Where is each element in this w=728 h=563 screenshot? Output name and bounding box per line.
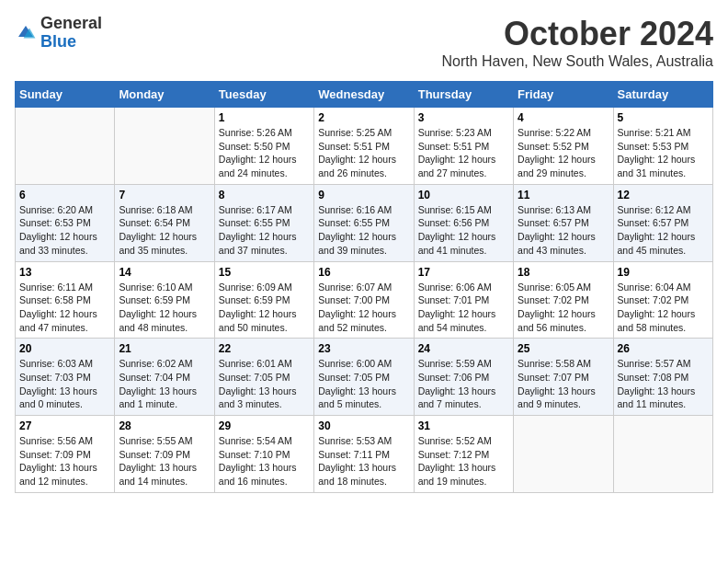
- calendar-day-cell: 19Sunrise: 6:04 AMSunset: 7:02 PMDayligh…: [613, 261, 712, 339]
- day-number: 22: [219, 342, 310, 355]
- logo-general-text: General: [40, 14, 102, 32]
- day-detail: Sunrise: 6:05 AMSunset: 7:02 PMDaylight:…: [518, 281, 609, 335]
- calendar-day-cell: 29Sunrise: 5:54 AMSunset: 7:10 PMDayligh…: [214, 416, 313, 493]
- day-number: 31: [418, 419, 509, 432]
- day-number: 29: [219, 419, 310, 432]
- calendar-week-row: 6Sunrise: 6:20 AMSunset: 6:53 PMDaylight…: [16, 184, 713, 261]
- calendar-day-cell: 31Sunrise: 5:52 AMSunset: 7:12 PMDayligh…: [414, 416, 513, 493]
- day-number: 15: [219, 266, 310, 279]
- calendar-day-cell: 16Sunrise: 6:07 AMSunset: 7:00 PMDayligh…: [314, 261, 414, 339]
- title-section: October 2024 North Haven, New South Wale…: [441, 15, 713, 70]
- day-detail: Sunrise: 6:04 AMSunset: 7:02 PMDaylight:…: [618, 281, 709, 335]
- weekday-header-cell: Sunday: [16, 82, 115, 108]
- day-detail: Sunrise: 6:06 AMSunset: 7:01 PMDaylight:…: [418, 281, 509, 335]
- day-detail: Sunrise: 6:17 AMSunset: 6:55 PMDaylight:…: [219, 203, 310, 258]
- day-number: 11: [518, 189, 609, 201]
- calendar-day-cell: 1Sunrise: 5:26 AMSunset: 5:50 PMDaylight…: [214, 108, 313, 185]
- calendar-day-cell: 23Sunrise: 6:00 AMSunset: 7:05 PMDayligh…: [314, 339, 414, 416]
- day-detail: Sunrise: 6:13 AMSunset: 6:57 PMDaylight:…: [518, 203, 609, 258]
- calendar-day-cell: [613, 416, 712, 493]
- calendar-day-cell: 22Sunrise: 6:01 AMSunset: 7:05 PMDayligh…: [214, 339, 313, 416]
- calendar-day-cell: [16, 108, 115, 185]
- day-number: 14: [119, 266, 210, 279]
- day-number: 18: [518, 266, 609, 279]
- day-detail: Sunrise: 5:53 AMSunset: 7:11 PMDaylight:…: [318, 434, 409, 488]
- calendar-day-cell: 21Sunrise: 6:02 AMSunset: 7:04 PMDayligh…: [115, 339, 214, 416]
- calendar-day-cell: 11Sunrise: 6:13 AMSunset: 6:57 PMDayligh…: [514, 184, 613, 261]
- calendar-week-row: 1Sunrise: 5:26 AMSunset: 5:50 PMDaylight…: [16, 108, 713, 185]
- day-detail: Sunrise: 5:57 AMSunset: 7:08 PMDaylight:…: [618, 357, 709, 411]
- day-detail: Sunrise: 5:54 AMSunset: 7:10 PMDaylight:…: [219, 434, 310, 488]
- day-number: 13: [19, 266, 110, 279]
- weekday-header-cell: Wednesday: [314, 82, 414, 108]
- day-number: 17: [418, 266, 509, 279]
- day-detail: Sunrise: 5:55 AMSunset: 7:09 PMDaylight:…: [119, 434, 210, 488]
- calendar-body: 1Sunrise: 5:26 AMSunset: 5:50 PMDaylight…: [16, 108, 713, 493]
- day-number: 20: [19, 342, 110, 355]
- day-detail: Sunrise: 6:02 AMSunset: 7:04 PMDaylight:…: [119, 357, 210, 411]
- calendar-week-row: 27Sunrise: 5:56 AMSunset: 7:09 PMDayligh…: [16, 416, 713, 493]
- calendar-day-cell: 17Sunrise: 6:06 AMSunset: 7:01 PMDayligh…: [414, 261, 513, 339]
- day-detail: Sunrise: 6:16 AMSunset: 6:55 PMDaylight:…: [318, 203, 409, 258]
- logo-blue-text: Blue: [40, 32, 76, 51]
- calendar-day-cell: 14Sunrise: 6:10 AMSunset: 6:59 PMDayligh…: [115, 261, 214, 339]
- day-number: 1: [219, 111, 310, 124]
- day-number: 9: [318, 189, 409, 201]
- calendar-table: SundayMondayTuesdayWednesdayThursdayFrid…: [15, 81, 713, 493]
- day-detail: Sunrise: 5:22 AMSunset: 5:52 PMDaylight:…: [518, 126, 609, 180]
- calendar-day-cell: 15Sunrise: 6:09 AMSunset: 6:59 PMDayligh…: [214, 261, 313, 339]
- day-detail: Sunrise: 6:12 AMSunset: 6:57 PMDaylight:…: [618, 203, 709, 258]
- day-detail: Sunrise: 6:18 AMSunset: 6:54 PMDaylight:…: [119, 203, 210, 258]
- weekday-header-cell: Thursday: [414, 82, 513, 108]
- day-detail: Sunrise: 6:10 AMSunset: 6:59 PMDaylight:…: [119, 281, 210, 335]
- weekday-header-cell: Friday: [514, 82, 613, 108]
- day-number: 28: [119, 419, 210, 432]
- calendar-day-cell: [514, 416, 613, 493]
- day-detail: Sunrise: 5:26 AMSunset: 5:50 PMDaylight:…: [219, 126, 310, 180]
- calendar-day-cell: 8Sunrise: 6:17 AMSunset: 6:55 PMDaylight…: [214, 184, 313, 261]
- weekday-header-cell: Monday: [115, 82, 214, 108]
- day-detail: Sunrise: 6:11 AMSunset: 6:58 PMDaylight:…: [19, 281, 110, 335]
- day-detail: Sunrise: 5:23 AMSunset: 5:51 PMDaylight:…: [418, 126, 509, 180]
- day-detail: Sunrise: 5:56 AMSunset: 7:09 PMDaylight:…: [19, 434, 110, 488]
- weekday-header-cell: Tuesday: [214, 82, 313, 108]
- calendar-day-cell: 18Sunrise: 6:05 AMSunset: 7:02 PMDayligh…: [514, 261, 613, 339]
- calendar-week-row: 20Sunrise: 6:03 AMSunset: 7:03 PMDayligh…: [16, 339, 713, 416]
- day-detail: Sunrise: 5:52 AMSunset: 7:12 PMDaylight:…: [418, 434, 509, 488]
- calendar-day-cell: 28Sunrise: 5:55 AMSunset: 7:09 PMDayligh…: [115, 416, 214, 493]
- logo-icon: [15, 22, 37, 44]
- day-number: 12: [618, 189, 709, 201]
- calendar-day-cell: 5Sunrise: 5:21 AMSunset: 5:53 PMDaylight…: [613, 108, 712, 185]
- calendar-day-cell: 12Sunrise: 6:12 AMSunset: 6:57 PMDayligh…: [613, 184, 712, 261]
- day-number: 16: [318, 266, 409, 279]
- day-number: 7: [119, 189, 210, 201]
- calendar-day-cell: 13Sunrise: 6:11 AMSunset: 6:58 PMDayligh…: [16, 261, 115, 339]
- calendar-day-cell: 9Sunrise: 6:16 AMSunset: 6:55 PMDaylight…: [314, 184, 414, 261]
- day-detail: Sunrise: 6:09 AMSunset: 6:59 PMDaylight:…: [219, 281, 310, 335]
- day-detail: Sunrise: 6:03 AMSunset: 7:03 PMDaylight:…: [19, 357, 110, 411]
- day-detail: Sunrise: 6:00 AMSunset: 7:05 PMDaylight:…: [318, 357, 409, 411]
- day-number: 6: [19, 189, 110, 201]
- day-detail: Sunrise: 5:58 AMSunset: 7:07 PMDaylight:…: [518, 357, 609, 411]
- calendar-day-cell: 25Sunrise: 5:58 AMSunset: 7:07 PMDayligh…: [514, 339, 613, 416]
- day-number: 8: [219, 189, 310, 201]
- calendar-day-cell: 4Sunrise: 5:22 AMSunset: 5:52 PMDaylight…: [514, 108, 613, 185]
- day-number: 27: [19, 419, 110, 432]
- calendar-day-cell: 24Sunrise: 5:59 AMSunset: 7:06 PMDayligh…: [414, 339, 513, 416]
- calendar-week-row: 13Sunrise: 6:11 AMSunset: 6:58 PMDayligh…: [16, 261, 713, 339]
- calendar-day-cell: [115, 108, 214, 185]
- day-number: 25: [518, 342, 609, 355]
- day-number: 24: [418, 342, 509, 355]
- day-number: 3: [418, 111, 509, 124]
- day-number: 19: [618, 266, 709, 279]
- weekday-header-row: SundayMondayTuesdayWednesdayThursdayFrid…: [16, 82, 713, 108]
- day-detail: Sunrise: 5:25 AMSunset: 5:51 PMDaylight:…: [318, 126, 409, 180]
- day-number: 10: [418, 189, 509, 201]
- day-detail: Sunrise: 6:15 AMSunset: 6:56 PMDaylight:…: [418, 203, 509, 258]
- calendar-day-cell: 7Sunrise: 6:18 AMSunset: 6:54 PMDaylight…: [115, 184, 214, 261]
- calendar-day-cell: 6Sunrise: 6:20 AMSunset: 6:53 PMDaylight…: [16, 184, 115, 261]
- day-number: 4: [518, 111, 609, 124]
- day-number: 23: [318, 342, 409, 355]
- calendar-day-cell: 10Sunrise: 6:15 AMSunset: 6:56 PMDayligh…: [414, 184, 513, 261]
- day-detail: Sunrise: 5:59 AMSunset: 7:06 PMDaylight:…: [418, 357, 509, 411]
